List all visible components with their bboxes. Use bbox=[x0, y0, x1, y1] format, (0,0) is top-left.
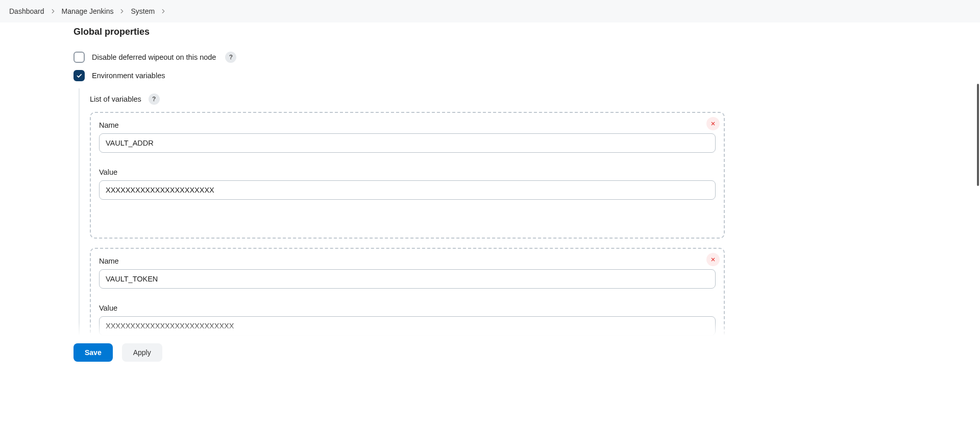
breadcrumb: Dashboard Manage Jenkins System bbox=[0, 0, 980, 22]
breadcrumb-item-dashboard[interactable]: Dashboard bbox=[8, 5, 45, 17]
field-label-value: Value bbox=[99, 304, 716, 316]
field-label-name: Name bbox=[99, 121, 716, 133]
chevron-right-icon bbox=[114, 8, 130, 15]
save-button[interactable]: Save bbox=[74, 343, 113, 362]
list-of-variables-label: List of variables bbox=[90, 95, 141, 103]
apply-button[interactable]: Apply bbox=[122, 343, 162, 362]
field-label-value: Value bbox=[99, 168, 716, 180]
scrollbar-thumb[interactable] bbox=[977, 84, 979, 186]
chevron-right-icon bbox=[45, 8, 61, 15]
env-var-card: Name Value bbox=[90, 112, 725, 239]
property-row-environment-variables: Environment variables bbox=[74, 70, 725, 88]
chevron-right-icon bbox=[156, 8, 171, 15]
scrollbar-track[interactable] bbox=[976, 22, 980, 446]
env-var-value-input[interactable] bbox=[99, 316, 716, 336]
checkbox-environment-variables[interactable] bbox=[74, 70, 85, 81]
checkbox-disable-deferred-wipeout[interactable] bbox=[74, 52, 85, 63]
breadcrumb-item-manage-jenkins[interactable]: Manage Jenkins bbox=[61, 5, 115, 17]
env-var-card: Name Value bbox=[90, 248, 725, 336]
help-icon[interactable]: ? bbox=[225, 52, 236, 63]
breadcrumb-item-system[interactable]: System bbox=[130, 5, 156, 17]
field-label-name: Name bbox=[99, 257, 716, 269]
delete-var-button[interactable] bbox=[706, 117, 720, 130]
checkbox-label: Environment variables bbox=[92, 72, 165, 80]
env-var-value-input[interactable] bbox=[99, 180, 716, 200]
footer-action-bar: Save Apply bbox=[0, 336, 980, 369]
help-icon[interactable]: ? bbox=[149, 93, 160, 105]
env-var-name-input[interactable] bbox=[99, 133, 716, 153]
environment-variables-block: List of variables ? Name Value bbox=[79, 88, 725, 336]
content-area: Global properties Disable deferred wipeo… bbox=[0, 22, 976, 336]
delete-var-button[interactable] bbox=[706, 253, 720, 266]
env-var-name-input[interactable] bbox=[99, 269, 716, 289]
checkbox-label: Disable deferred wipeout on this node bbox=[92, 53, 216, 61]
property-row-disable-deferred-wipeout: Disable deferred wipeout on this node ? bbox=[74, 52, 725, 70]
section-title-global-properties: Global properties bbox=[74, 22, 725, 52]
